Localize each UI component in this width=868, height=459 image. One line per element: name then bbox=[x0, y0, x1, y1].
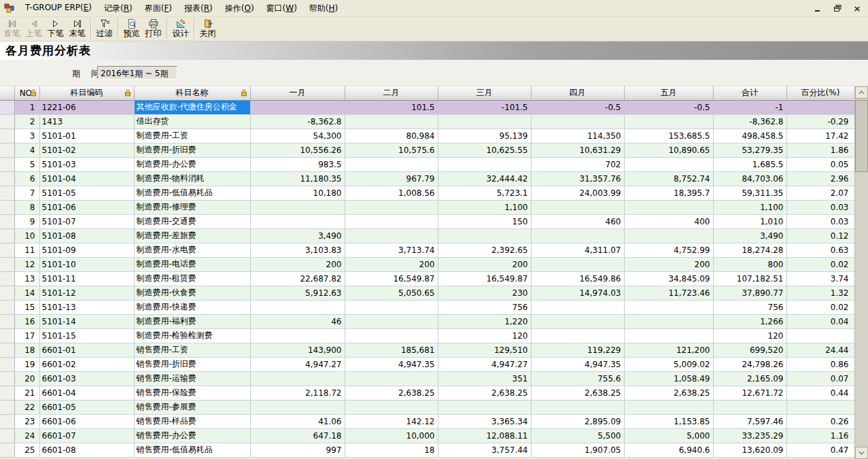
cell-m1[interactable]: 46 bbox=[250, 314, 345, 328]
col-code[interactable]: 科目编码 bbox=[39, 86, 134, 100]
col-name[interactable]: 科目名称 bbox=[134, 86, 250, 100]
cell-total[interactable]: 84,703.06 bbox=[713, 171, 786, 186]
cell-no[interactable]: 8 bbox=[14, 200, 39, 214]
cell-name[interactable]: 制造费用-检验检测费 bbox=[134, 328, 250, 343]
cell-no[interactable]: 6 bbox=[14, 171, 39, 186]
cell-code[interactable]: 6601-07 bbox=[39, 428, 134, 443]
cell-code[interactable]: 6601-05 bbox=[39, 400, 134, 414]
cell-m3[interactable]: 120 bbox=[438, 328, 531, 343]
cell-percent[interactable]: 0.05 bbox=[786, 157, 854, 171]
cell-no[interactable]: 11 bbox=[14, 243, 39, 257]
cell-name[interactable]: 制造费用-伙食费 bbox=[134, 286, 250, 300]
cell-m3[interactable]: 5,723.1 bbox=[438, 186, 531, 200]
menu-record[interactable]: 记录(R) bbox=[98, 1, 139, 16]
cell-m1[interactable]: 11,180.35 bbox=[250, 171, 345, 186]
cell-code[interactable]: 5101-13 bbox=[39, 300, 134, 314]
cell-m5[interactable]: 1,153.85 bbox=[624, 414, 713, 428]
cell-m5[interactable]: 400 bbox=[624, 214, 713, 228]
cell-code[interactable]: 5101-10 bbox=[39, 257, 134, 271]
cell-code[interactable]: 5101-02 bbox=[39, 143, 134, 157]
cell-no[interactable]: 12 bbox=[14, 257, 39, 271]
next-record-button[interactable]: 下笔 bbox=[45, 18, 66, 38]
cell-total[interactable]: 1,266 bbox=[713, 314, 786, 328]
cell-m4[interactable] bbox=[531, 314, 624, 328]
cell-no[interactable]: 14 bbox=[14, 286, 39, 300]
cell-m2[interactable] bbox=[345, 200, 438, 214]
cell-total[interactable]: 1,010 bbox=[713, 214, 786, 228]
cell-m1[interactable]: 10,180 bbox=[250, 186, 345, 200]
cell-m1[interactable] bbox=[250, 300, 345, 314]
cell-m4[interactable]: 4,311.07 bbox=[531, 243, 624, 257]
cell-m3[interactable]: 3,757.44 bbox=[438, 443, 531, 457]
col-m4[interactable]: 四月 bbox=[531, 86, 624, 100]
cell-name[interactable]: 制造费用-工资 bbox=[134, 129, 250, 143]
cell-m3[interactable]: 2,638.25 bbox=[438, 386, 531, 400]
cell-m1[interactable]: 41.06 bbox=[250, 414, 345, 428]
cell-m1[interactable]: 143,900 bbox=[250, 343, 345, 357]
print-button[interactable]: 打印 bbox=[143, 18, 164, 38]
cell-total[interactable]: 1,100 bbox=[713, 200, 786, 214]
cell-code[interactable]: 5101-12 bbox=[39, 286, 134, 300]
cell-m4[interactable]: 2,895.09 bbox=[531, 414, 624, 428]
cell-m2[interactable] bbox=[345, 114, 438, 129]
cell-m4[interactable] bbox=[531, 257, 624, 271]
cell-m3[interactable]: 756 bbox=[438, 300, 531, 314]
cell-m5[interactable]: 6,940.6 bbox=[624, 443, 713, 457]
menu-help[interactable]: 帮助(H) bbox=[303, 1, 344, 16]
cell-percent[interactable]: 0.26 bbox=[786, 414, 854, 428]
col-no[interactable]: NO. bbox=[14, 86, 39, 100]
cell-m4[interactable]: 1,907.05 bbox=[531, 443, 624, 457]
cell-m4[interactable] bbox=[531, 400, 624, 414]
cell-total[interactable]: 33,235.29 bbox=[713, 428, 786, 443]
cell-m5[interactable]: 10,890.65 bbox=[624, 143, 713, 157]
cell-name[interactable]: 销售费用-参展费 bbox=[134, 400, 250, 414]
cell-percent[interactable]: -0.29 bbox=[786, 114, 854, 129]
cell-total[interactable]: 2,165.09 bbox=[713, 371, 786, 386]
cell-code[interactable]: 5101-14 bbox=[39, 314, 134, 328]
cell-percent[interactable]: 0.03 bbox=[786, 214, 854, 228]
cell-total[interactable]: -1 bbox=[713, 100, 786, 114]
cell-m2[interactable] bbox=[345, 400, 438, 414]
cell-m2[interactable] bbox=[345, 300, 438, 314]
cell-no[interactable]: 15 bbox=[14, 300, 39, 314]
cell-m3[interactable]: 10,625.55 bbox=[438, 143, 531, 157]
first-record-button[interactable]: 首笔 bbox=[1, 18, 22, 38]
cell-m4[interactable]: 114,350 bbox=[531, 129, 624, 143]
cell-m3[interactable]: 16,549.87 bbox=[438, 271, 531, 286]
menu-report[interactable]: 报表(R) bbox=[178, 1, 219, 16]
cell-name[interactable]: 制造费用-租赁费 bbox=[134, 271, 250, 286]
cell-name[interactable]: 销售费用-样品费 bbox=[134, 414, 250, 428]
cell-total[interactable]: 498,458.5 bbox=[713, 129, 786, 143]
cell-m5[interactable]: 18,395.7 bbox=[624, 186, 713, 200]
cell-m1[interactable]: 10,556.26 bbox=[250, 143, 345, 157]
cell-m1[interactable]: 5,912.63 bbox=[250, 286, 345, 300]
cell-m2[interactable]: 5,050.65 bbox=[345, 286, 438, 300]
cell-name[interactable]: 制造费用-办公费 bbox=[134, 157, 250, 171]
cell-m5[interactable]: 34,845.09 bbox=[624, 271, 713, 286]
cell-m2[interactable]: 967.79 bbox=[345, 171, 438, 186]
cell-m2[interactable] bbox=[345, 328, 438, 343]
cell-percent[interactable]: 3.74 bbox=[786, 271, 854, 286]
close-button[interactable]: 关闭 bbox=[197, 18, 218, 38]
cell-m1[interactable] bbox=[250, 200, 345, 214]
cell-m3[interactable]: -101.5 bbox=[438, 100, 531, 114]
cell-total[interactable]: 13,620.09 bbox=[713, 443, 786, 457]
cell-total[interactable]: 59,311.35 bbox=[713, 186, 786, 200]
cell-m5[interactable] bbox=[624, 200, 713, 214]
cell-m3[interactable]: 12,088.11 bbox=[438, 428, 531, 443]
cell-percent[interactable]: 1.86 bbox=[786, 143, 854, 157]
cell-code[interactable]: 1413 bbox=[39, 114, 134, 129]
cell-no[interactable]: 9 bbox=[14, 214, 39, 228]
cell-percent[interactable]: 0.47 bbox=[786, 443, 854, 457]
cell-m3[interactable]: 4,947.27 bbox=[438, 357, 531, 371]
cell-name[interactable]: 制造费用-福利费 bbox=[134, 314, 250, 328]
cell-m5[interactable]: 8,752.74 bbox=[624, 171, 713, 186]
cell-name[interactable]: 销售费用-运输费 bbox=[134, 371, 250, 386]
cell-total[interactable]: 699,520 bbox=[713, 343, 786, 357]
cell-name[interactable]: 销售费用-工资 bbox=[134, 343, 250, 357]
cell-m3[interactable] bbox=[438, 400, 531, 414]
cell-m3[interactable]: 95,139 bbox=[438, 129, 531, 143]
cell-no[interactable]: 10 bbox=[14, 228, 39, 243]
cell-no[interactable]: 13 bbox=[14, 271, 39, 286]
filter-button[interactable]: 过滤 bbox=[94, 18, 115, 38]
